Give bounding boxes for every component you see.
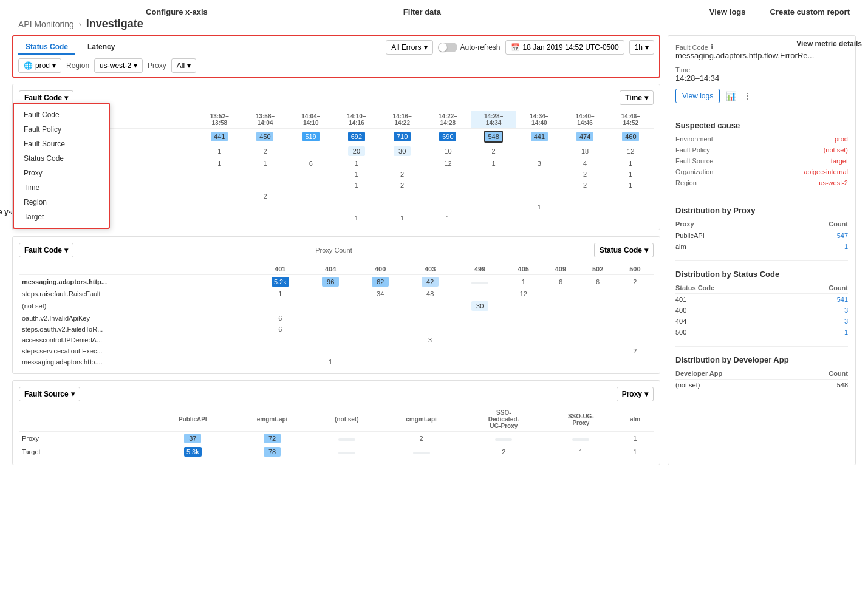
col-header: 14:04–14:10 xyxy=(288,111,333,129)
dist-proxy-title: Distribution by Proxy xyxy=(675,206,848,215)
table-row: steps.raisefault.RaiseFault 1 34 48 12 xyxy=(19,288,654,299)
more-options-btn[interactable]: ⋮ xyxy=(742,90,753,102)
panel3-xaxis-btn[interactable]: Proxy ▾ xyxy=(617,387,654,401)
col-header-401: 401 xyxy=(255,264,306,275)
col-header: 14:16–14:22 xyxy=(380,111,425,129)
app-dist-col-count: Count xyxy=(798,368,848,380)
globe-icon: 🌐 xyxy=(24,61,33,70)
region-kv: Region us-west-2 xyxy=(675,177,848,188)
col-header-alm: alm xyxy=(617,407,654,432)
panel3-yaxis-btn[interactable]: Fault Source ▾ xyxy=(19,387,80,401)
chevron-down-icon: ▾ xyxy=(424,43,428,52)
create-custom-report-annotation: Create custom report xyxy=(770,7,850,16)
time-label: Time xyxy=(675,66,848,73)
org-kv: Organization apigee-internal xyxy=(675,166,848,177)
status-dist-table: Status Code Count 401 541 400 3 xyxy=(675,282,848,338)
col-header: 14:40–14:46 xyxy=(562,111,607,129)
col-header-499: 499 xyxy=(455,264,505,275)
col-header: 14:28–14:34 xyxy=(471,111,516,129)
region-label: Region xyxy=(66,61,89,70)
chevron-down-icon-7: ▾ xyxy=(644,94,648,102)
fault-policy-kv: Fault Policy (not set) xyxy=(675,145,848,155)
list-item: 500 1 xyxy=(675,327,848,338)
col-header-emgmt: emgmt-api xyxy=(231,407,313,432)
col-header-502: 502 xyxy=(579,264,617,275)
dropdown-item-target[interactable]: Target xyxy=(14,209,109,224)
dropdown-item-fault-code[interactable]: Fault Code xyxy=(14,107,109,122)
status-code-tab[interactable]: Status Code xyxy=(18,40,75,55)
table-row: oauth.v2.InvalidApiKey 6 xyxy=(19,313,654,324)
proxy-btn[interactable]: All ▾ xyxy=(171,58,196,73)
table-row: 441 450 519 692 710 690 548 441 474 460 xyxy=(19,129,654,145)
col-header: 13:58–14:04 xyxy=(242,111,288,129)
env-btn[interactable]: 🌐 prod ▾ xyxy=(18,58,61,73)
table-row: 1 2 2 1 xyxy=(19,169,654,180)
breadcrumb: API Monitoring › Investigate xyxy=(12,18,856,30)
dropdown-item-region[interactable]: Region xyxy=(14,195,109,209)
panel2: Fault Code ▾ Proxy Count Status Code ▾ xyxy=(12,236,660,374)
suspected-cause-section: Suspected cause Environment prod Fault P… xyxy=(675,121,848,188)
list-item: (not set) 548 xyxy=(675,380,848,391)
list-item: PublicAPI 547 xyxy=(675,230,848,242)
configure-xaxis-annotation: Configure x-axis xyxy=(146,7,208,16)
col-header-cmgmt: cmgmt-api xyxy=(380,407,462,432)
panel2-yaxis-btn[interactable]: Fault Code ▾ xyxy=(19,243,73,257)
col-header-404: 404 xyxy=(306,264,355,275)
col-header-403: 403 xyxy=(405,264,455,275)
fault-source-kv: Fault Source target xyxy=(675,155,848,166)
col-header-405: 405 xyxy=(505,264,542,275)
table-row: messaging.adaptors.http.... 1 xyxy=(19,202,654,213)
filter-data-annotation: Filter data xyxy=(403,7,441,16)
breadcrumb-parent[interactable]: API Monitoring xyxy=(18,19,74,29)
panel3-header-row: PublicAPI emgmt-api (not set) cmgmt-api … xyxy=(19,407,654,432)
proxy-dist-col-count: Count xyxy=(779,219,848,230)
table-row: 1 2 20 30 10 2 18 12 xyxy=(19,145,654,158)
table-row: messaging.adaptors.http.... 1 xyxy=(19,356,654,367)
col-header: 14:22–14:28 xyxy=(425,111,471,129)
dropdown-item-fault-policy[interactable]: Fault Policy xyxy=(14,122,109,137)
errors-filter-btn[interactable]: All Errors ▾ xyxy=(386,40,432,55)
proxy-dist-col-proxy: Proxy xyxy=(675,219,779,230)
col-header-400: 400 xyxy=(355,264,405,275)
panel2-table: 401 404 400 403 499 405 409 502 500 xyxy=(19,264,654,367)
table-row: 1 2 2 1 xyxy=(19,180,654,191)
table-row: messaging.adaptors.http... 5.2k 96 62 42… xyxy=(19,275,654,289)
dropdown-item-status-code[interactable]: Status Code xyxy=(14,151,109,166)
panel3: Fault Source ▾ Proxy ▾ PublicAPI em xyxy=(12,380,660,465)
proxy-label: Proxy xyxy=(148,61,166,70)
view-metric-details-annotation: View metric details xyxy=(796,39,862,48)
chevron-down-icon-3: ▾ xyxy=(52,61,56,70)
region-btn[interactable]: us-west-2 ▾ xyxy=(94,58,143,73)
dropdown-item-fault-source[interactable]: Fault Source xyxy=(14,137,109,151)
chevron-down-icon-11: ▾ xyxy=(644,390,648,398)
panel3-table: PublicAPI emgmt-api (not set) cmgmt-api … xyxy=(19,407,654,458)
table-row: 1 1 6 1 12 1 3 4 1 xyxy=(19,158,654,169)
app-dist-table: Developer App Count (not set) 548 xyxy=(675,368,848,390)
dist-by-status-section: Distribution by Status Code Status Code … xyxy=(675,270,848,338)
panel1-xaxis-btn[interactable]: Time ▾ xyxy=(620,90,654,105)
dropdown-item-proxy[interactable]: Proxy xyxy=(14,166,109,180)
chevron-down-icon-8: ▾ xyxy=(64,246,68,254)
table-row: Proxy 37 72 2 1 xyxy=(19,432,654,446)
duration-btn[interactable]: 1h ▾ xyxy=(629,40,654,55)
breadcrumb-current: Investigate xyxy=(86,18,143,30)
dist-app-title: Distribution by Developer App xyxy=(675,355,848,364)
chart-icon-btn[interactable]: 📊 xyxy=(725,90,737,102)
table-row: 2 xyxy=(19,191,654,202)
col-header: 14:10–14:16 xyxy=(333,111,379,129)
view-logs-btn[interactable]: View logs xyxy=(675,89,720,103)
panel1: Fault Code Fault Policy Fault Source Sta… xyxy=(12,84,660,230)
date-picker-btn[interactable]: 📅 18 Jan 2019 14:52 UTC-0500 xyxy=(505,40,624,55)
auto-refresh-toggle[interactable]: Auto-refresh xyxy=(438,43,501,52)
dist-by-app-section: Distribution by Developer App Developer … xyxy=(675,355,848,390)
col-header-notset: (not set) xyxy=(313,407,380,432)
chevron-down-icon-10: ▾ xyxy=(71,390,75,398)
latency-tab[interactable]: Latency xyxy=(80,40,122,55)
env-kv: Environment prod xyxy=(675,134,848,145)
fault-code-value: messaging.adaptors.http.flow.ErrorRe... xyxy=(675,51,848,60)
time-section: Time 14:28–14:34 xyxy=(675,66,848,83)
table-row: steps.servicecallout.Exec... 2 xyxy=(19,346,654,356)
col-header: 13:52–13:58 xyxy=(197,111,242,129)
dropdown-item-time[interactable]: Time xyxy=(14,180,109,195)
panel2-xaxis-btn[interactable]: Status Code ▾ xyxy=(594,243,654,257)
